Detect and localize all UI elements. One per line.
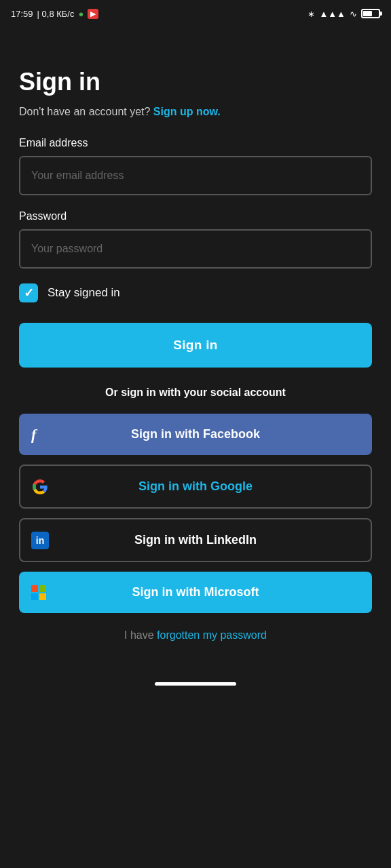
signal-icon: ▲▲▲ xyxy=(319,9,346,19)
status-left: 17:59 | 0,8 КБ/с ● ▶ xyxy=(11,9,98,19)
status-right: ∗ ▲▲▲ ∿ xyxy=(308,9,380,19)
page-title: Sign in xyxy=(19,68,372,96)
battery-icon xyxy=(361,9,380,18)
linkedin-signin-button[interactable]: in Sign in with LinkedIn xyxy=(19,518,372,562)
microsoft-signin-button[interactable]: Sign in with Microsoft xyxy=(19,572,372,613)
signin-button[interactable]: Sign in xyxy=(19,323,372,368)
facebook-label: Sign in with Facebook xyxy=(131,427,260,441)
microsoft-label: Sign in with Microsoft xyxy=(132,585,259,599)
time: 17:59 xyxy=(11,9,33,19)
checkmark-icon: ✓ xyxy=(24,287,34,299)
main-content: Sign in Don't have an account yet? Sign … xyxy=(0,27,391,669)
facebook-signin-button[interactable]: f Sign in with Facebook xyxy=(19,414,372,455)
google-signin-button[interactable]: Sign in with Google xyxy=(19,465,372,509)
password-input[interactable] xyxy=(19,229,372,269)
network-speed: | 0,8 КБ/с xyxy=(37,9,75,19)
linkedin-icon: in xyxy=(31,532,49,549)
google-label: Sign in with Google xyxy=(138,479,253,494)
microsoft-icon xyxy=(31,585,46,600)
forgotten-password-link[interactable]: forgotten my password xyxy=(157,629,267,641)
stay-signed-in-label: Stay signed in xyxy=(48,286,120,300)
stay-signed-in-checkbox[interactable]: ✓ xyxy=(19,283,38,302)
linkedin-label: Sign in with LinkedIn xyxy=(134,533,257,547)
google-icon xyxy=(33,479,48,494)
signup-link[interactable]: Sign up now. xyxy=(153,106,221,117)
stay-signed-in-row[interactable]: ✓ Stay signed in xyxy=(19,283,372,302)
email-label: Email address xyxy=(19,137,372,149)
email-input[interactable] xyxy=(19,156,372,195)
notification-icon: ▶ xyxy=(88,9,98,19)
vpn-icon: ● xyxy=(78,9,83,19)
status-bar: 17:59 | 0,8 КБ/с ● ▶ ∗ ▲▲▲ ∿ xyxy=(0,0,391,27)
signup-prompt: Don't have an account yet? Sign up now. xyxy=(19,106,372,118)
forgotten-password-section: I have forgotten my password xyxy=(19,629,372,642)
bluetooth-icon: ∗ xyxy=(308,9,315,19)
social-divider: Or sign in with your social account xyxy=(19,387,372,399)
password-label: Password xyxy=(19,210,372,222)
home-indicator xyxy=(155,682,236,686)
facebook-icon: f xyxy=(31,426,36,443)
wifi-icon: ∿ xyxy=(350,9,357,19)
